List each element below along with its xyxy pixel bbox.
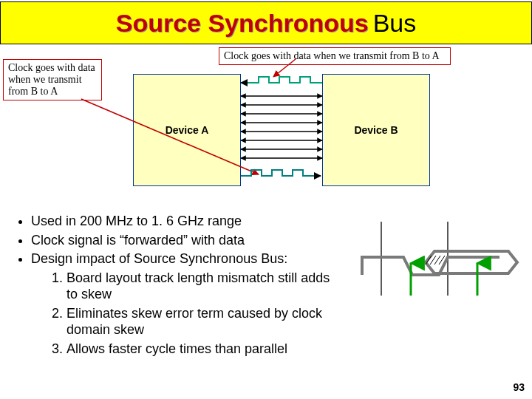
callout-left: Clock goes with data when we transmit fr… xyxy=(3,59,102,100)
bullet-3-text: Design impact of Source Synchronous Bus: xyxy=(31,251,287,266)
bullet-3: Design impact of Source Synchronous Bus:… xyxy=(31,250,337,357)
device-a-label: Device A xyxy=(166,124,209,136)
bullet-1: Used in 200 MHz to 1. 6 GHz range xyxy=(31,213,337,230)
device-a: Device A xyxy=(133,74,241,186)
numbered-2: Eliminates skew error term caused by clo… xyxy=(66,305,337,338)
bullet-2: Clock signal is “forwarded” with data xyxy=(31,232,337,249)
callout-top: Clock goes with data when we transmit fr… xyxy=(219,47,451,65)
data-bus xyxy=(241,96,322,158)
numbered-3: Allows faster cycle times than parallel xyxy=(66,341,337,358)
title-bar: Source Synchronous Bus xyxy=(0,1,532,44)
device-b-label: Device B xyxy=(354,124,398,136)
numbered-1: Board layout track length mismatch still… xyxy=(66,270,337,303)
clock-top xyxy=(248,77,322,83)
title-rest: Bus xyxy=(373,9,417,38)
device-b: Device B xyxy=(322,74,430,186)
bullet-list: Used in 200 MHz to 1. 6 GHz range Clock … xyxy=(15,213,337,359)
timing-diagram xyxy=(352,222,522,310)
clock-bottom xyxy=(241,170,313,176)
title-emph: Source Synchronous xyxy=(116,9,369,38)
page-number: 93 xyxy=(513,381,525,393)
